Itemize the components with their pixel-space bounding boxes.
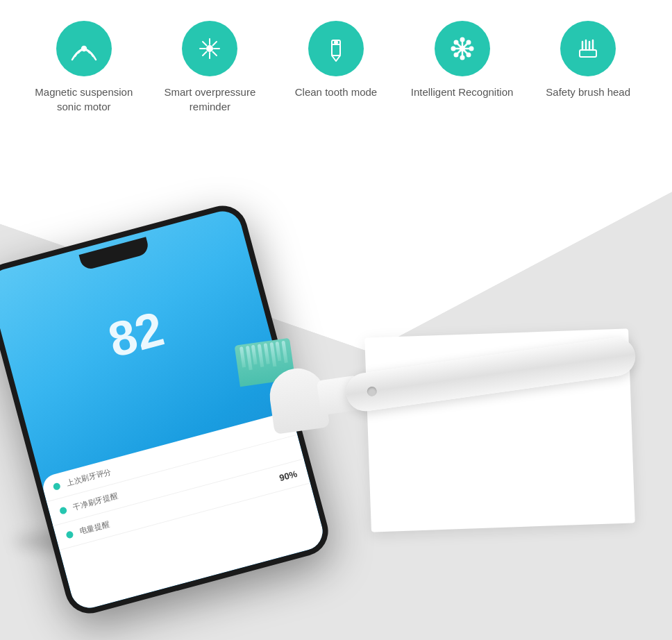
svg-point-22 (469, 47, 473, 51)
bristle (251, 345, 258, 364)
bristle (276, 342, 282, 361)
bristle (281, 341, 287, 363)
asterisk-icon (448, 35, 476, 62)
page-container: Magnetic suspension sonic motor Smart ov… (0, 0, 672, 640)
brush-head-icon (574, 35, 602, 62)
feature-label-1: Magnetic suspension sonic motor (28, 85, 140, 114)
svg-point-25 (467, 41, 470, 44)
feature-label-5: Safety brush head (546, 85, 630, 99)
panel-value-3: 90% (278, 469, 299, 483)
svg-point-20 (460, 56, 464, 60)
bristle (258, 344, 264, 367)
bristle (240, 346, 246, 367)
svg-point-21 (451, 47, 455, 51)
svg-marker-12 (332, 56, 340, 61)
feature-clean-tooth: Clean tooth mode (280, 21, 392, 99)
feature-icon-circle-2 (182, 21, 237, 76)
svg-point-19 (460, 38, 464, 42)
bristle (263, 343, 269, 364)
feature-intelligent-recognition: Intelligent Recognition (407, 21, 518, 99)
panel-text-3: 电量提醒 (78, 519, 110, 537)
feature-icon-circle-1 (56, 21, 112, 76)
svg-point-13 (335, 41, 337, 44)
features-row: Magnetic suspension sonic motor Smart ov… (21, 21, 651, 114)
phone-score: 82 (103, 301, 169, 368)
pencil-icon (322, 35, 350, 62)
feature-icon-circle-3 (308, 21, 364, 76)
feature-label-3: Clean tooth mode (295, 85, 377, 99)
svg-point-1 (207, 46, 212, 51)
wifi-waves-icon (70, 35, 98, 62)
feature-safety-brush: Safety brush head (532, 21, 644, 99)
bristle (246, 346, 253, 370)
panel-dot-3 (65, 530, 74, 539)
svg-point-24 (467, 53, 470, 57)
svg-line-6 (203, 42, 207, 46)
svg-line-8 (213, 42, 217, 46)
svg-line-9 (203, 52, 207, 56)
svg-point-26 (454, 53, 457, 57)
svg-point-23 (454, 41, 457, 44)
panel-dot-1 (53, 482, 61, 490)
svg-rect-27 (580, 50, 596, 57)
flower-icon (196, 35, 224, 62)
feature-icon-circle-5 (560, 21, 616, 76)
bristle (269, 342, 276, 367)
feature-icon-circle-4 (435, 21, 490, 76)
panel-dot-2 (59, 506, 67, 514)
feature-magnetic-motor: Magnetic suspension sonic motor (28, 21, 140, 114)
panel-text-2: 干净刷牙提醒 (72, 491, 119, 513)
feature-smart-reminder: Smart overpressure reminder (154, 21, 265, 114)
feature-label-4: Intelligent Recognition (411, 85, 514, 99)
panel-text-1: 上次刷牙评分 (65, 466, 112, 489)
phone-notch (79, 237, 151, 271)
svg-line-7 (213, 52, 217, 56)
feature-label-2: Smart overpressure reminder (154, 85, 265, 114)
